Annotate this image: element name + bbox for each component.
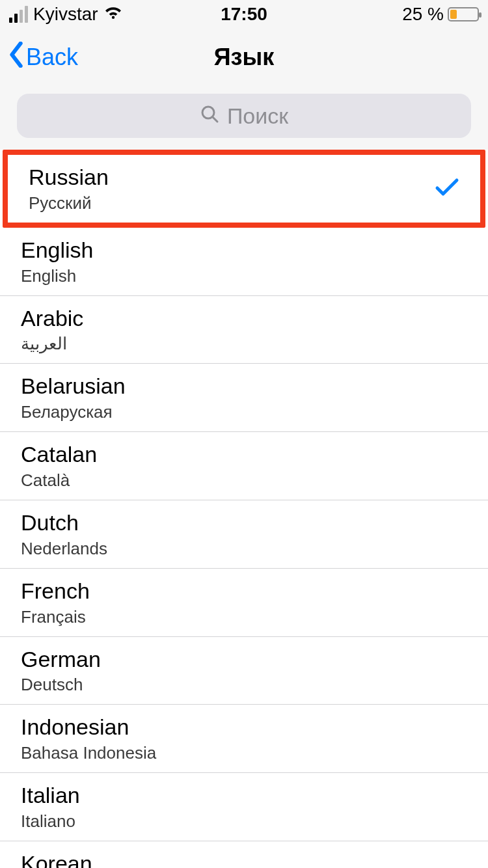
- annotation-highlight: Russian Русский: [3, 150, 485, 228]
- language-row-korean[interactable]: Korean 한국어: [0, 841, 488, 868]
- language-row-italian[interactable]: Italian Italiano: [0, 773, 488, 841]
- language-name: Dutch: [21, 509, 107, 536]
- language-name: Belarusian: [21, 373, 126, 400]
- nav-bar: Back Язык: [0, 29, 488, 86]
- language-list: Russian Русский English English Arabic ا…: [0, 150, 488, 868]
- battery-icon: [448, 7, 479, 21]
- language-name: Catalan: [21, 441, 97, 468]
- language-native: Bahasa Indonesia: [21, 743, 156, 763]
- language-name: Arabic: [21, 305, 83, 332]
- language-row-french[interactable]: French Français: [0, 569, 488, 637]
- chevron-left-icon: [8, 42, 25, 74]
- language-name: German: [21, 646, 101, 673]
- language-native: Русский: [29, 193, 109, 213]
- svg-line-1: [213, 117, 217, 122]
- language-native: Français: [21, 607, 90, 627]
- search-icon: [200, 103, 219, 129]
- clock: 17:50: [221, 4, 267, 25]
- signal-icon: [9, 6, 28, 23]
- language-native: Italiano: [21, 811, 80, 832]
- language-row-russian[interactable]: Russian Русский: [8, 155, 480, 223]
- search-placeholder: Поиск: [227, 103, 288, 129]
- language-name: Indonesian: [21, 714, 156, 740]
- language-native: Deutsch: [21, 675, 101, 695]
- language-native: Nederlands: [21, 539, 107, 559]
- language-name: English: [21, 237, 94, 264]
- checkmark-icon: [435, 178, 459, 200]
- language-row-indonesian[interactable]: Indonesian Bahasa Indonesia: [0, 705, 488, 773]
- language-name: Italian: [21, 782, 80, 809]
- language-row-english[interactable]: English English: [0, 228, 488, 296]
- language-name: French: [21, 578, 90, 604]
- wifi-icon: [103, 4, 123, 25]
- back-button[interactable]: Back: [8, 42, 78, 74]
- language-row-german[interactable]: German Deutsch: [0, 637, 488, 705]
- language-row-belarusian[interactable]: Belarusian Беларуская: [0, 364, 488, 432]
- language-row-arabic[interactable]: Arabic العربية: [0, 296, 488, 364]
- language-native: العربية: [21, 334, 83, 354]
- language-name: Korean: [21, 850, 92, 868]
- search-input[interactable]: Поиск: [17, 94, 471, 138]
- back-label: Back: [26, 44, 78, 71]
- search-container: Поиск: [0, 86, 488, 150]
- battery-pct: 25 %: [402, 4, 444, 25]
- language-native: Беларуская: [21, 402, 126, 422]
- language-native: English: [21, 266, 94, 286]
- language-row-catalan[interactable]: Catalan Català: [0, 432, 488, 500]
- carrier-label: Kyivstar: [33, 4, 98, 25]
- language-name: Russian: [29, 164, 109, 191]
- status-bar: Kyivstar 17:50 25 %: [0, 0, 488, 29]
- language-native: Català: [21, 470, 97, 491]
- language-row-dutch[interactable]: Dutch Nederlands: [0, 500, 488, 569]
